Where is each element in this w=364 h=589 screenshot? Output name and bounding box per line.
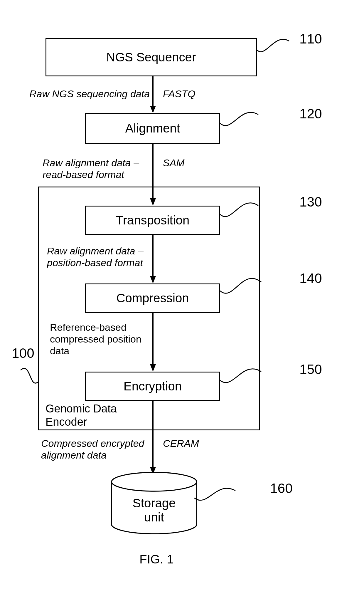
leader-130 [220, 195, 267, 222]
box-alignment: Alignment [85, 113, 220, 144]
label-arrow2-left-2: read-based format [43, 169, 124, 180]
num-140: 140 [299, 270, 322, 286]
leader-160 [194, 482, 244, 508]
label-compression: Compression [116, 291, 189, 305]
box-transposition: Transposition [85, 206, 220, 235]
label-arrow4-left-2: compressed position [50, 333, 141, 345]
label-encoder-2: Encoder [45, 416, 87, 429]
label-transposition: Transposition [116, 214, 190, 227]
num-100: 100 [12, 345, 34, 361]
box-ngs-sequencer: NGS Sequencer [45, 38, 257, 76]
num-120: 120 [299, 106, 322, 122]
leader-110 [257, 32, 298, 56]
label-arrow5-left-2: alignment data [41, 449, 107, 461]
arrow-5 [150, 401, 156, 474]
num-150: 150 [299, 361, 322, 377]
label-arrow1-left: Raw NGS sequencing data [29, 88, 150, 100]
label-encryption: Encryption [124, 380, 182, 393]
leader-120 [220, 106, 267, 129]
arrow-3 [150, 235, 156, 283]
num-160: 160 [270, 480, 293, 496]
svg-marker-7 [150, 364, 156, 372]
label-encoder-1: Genomic Data [45, 402, 117, 415]
leader-150 [220, 361, 270, 388]
arrow-4 [150, 313, 156, 372]
label-storage-1: Storage [116, 496, 192, 510]
label-arrow2-right: SAM [163, 157, 185, 169]
label-ngs-sequencer: NGS Sequencer [106, 51, 196, 64]
box-compression: Compression [85, 283, 220, 313]
label-arrow4-left-1: Reference-based [50, 322, 127, 333]
label-arrow3-left-2: position-based format [47, 257, 143, 269]
label-arrow5-right: CERAM [163, 438, 199, 449]
box-encryption: Encryption [85, 372, 220, 401]
arrow-1 [150, 76, 156, 113]
label-alignment: Alignment [125, 122, 180, 135]
leader-100 [21, 360, 47, 386]
num-110: 110 [299, 31, 322, 47]
svg-marker-5 [150, 276, 156, 283]
leader-140 [220, 270, 270, 300]
label-arrow3-left-1: Raw alignment data – [47, 245, 144, 257]
label-arrow2-left-1: Raw alignment data – [43, 157, 139, 169]
label-arrow5-left-1: Compressed encrypted [41, 438, 144, 449]
figure-caption: FIG. 1 [139, 552, 174, 566]
label-arrow4-left-3: data [50, 345, 69, 357]
svg-point-10 [112, 472, 197, 491]
label-storage-2: unit [116, 511, 192, 524]
num-130: 130 [299, 194, 322, 210]
svg-marker-1 [150, 106, 156, 113]
label-arrow1-right: FASTQ [163, 88, 196, 100]
